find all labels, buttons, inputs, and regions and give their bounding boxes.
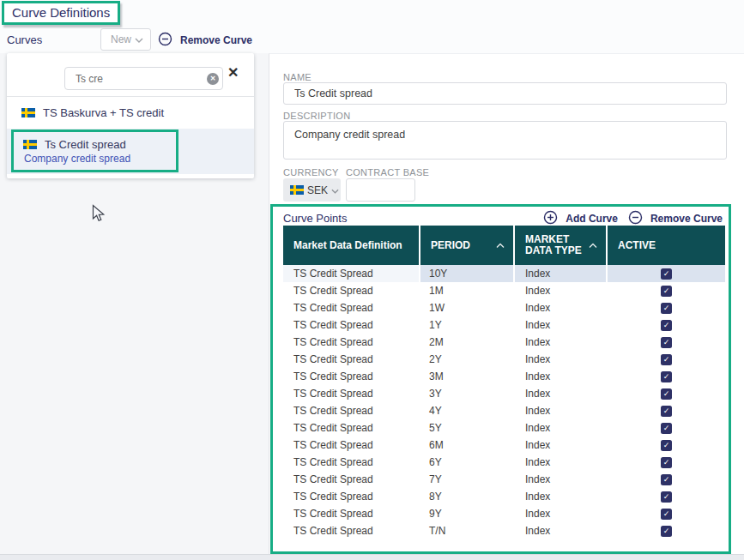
remove-curve-point-button[interactable]: Remove Curve [628, 210, 723, 227]
cell-market-data-type[interactable]: Index [515, 316, 608, 334]
cell-market-data-type[interactable]: Index [515, 437, 608, 454]
remove-curve-button[interactable]: Remove Curve [158, 32, 252, 49]
cell-period[interactable]: 5Y [420, 419, 515, 437]
cell-market-data-definition[interactable]: TS Credit Spread [283, 505, 420, 522]
cell-market-data-type[interactable]: Index [515, 454, 608, 471]
cell-period[interactable]: 3Y [420, 385, 515, 402]
active-checkbox[interactable] [661, 474, 672, 485]
add-curve-button[interactable]: Add Curve [543, 210, 618, 227]
active-checkbox[interactable] [661, 509, 672, 520]
cell-market-data-definition[interactable]: TS Credit Spread [283, 419, 420, 437]
active-checkbox[interactable] [661, 337, 672, 348]
cell-market-data-definition[interactable]: TS Credit Spread [283, 385, 420, 402]
table-row[interactable]: TS Credit Spread 1W Index [283, 299, 725, 316]
cell-period[interactable]: 6M [420, 437, 515, 454]
cell-market-data-type[interactable]: Index [515, 368, 608, 385]
cell-period[interactable]: 6Y [420, 454, 515, 471]
cell-market-data-type[interactable]: Index [515, 488, 608, 505]
cell-period[interactable]: 4Y [420, 402, 515, 419]
cell-market-data-definition[interactable]: TS Credit Spread [283, 471, 420, 488]
new-curve-dropdown[interactable]: New [100, 28, 151, 51]
description-field[interactable]: Company credit spread [283, 121, 727, 160]
curve-list-panel: ✕ ✕ TS Baskurva + TS credit Ts Credit sp… [7, 53, 254, 178]
cell-period[interactable]: 1W [420, 299, 515, 316]
clear-search-icon[interactable]: ✕ [207, 73, 219, 85]
table-row[interactable]: TS Credit Spread 1M Index [283, 282, 725, 299]
active-checkbox[interactable] [661, 286, 672, 297]
cell-market-data-type[interactable]: Index [515, 299, 608, 316]
name-label: NAME [283, 72, 312, 82]
table-row[interactable]: TS Credit Spread 6M Index [283, 437, 725, 454]
cell-period[interactable]: 1M [420, 282, 515, 299]
cell-period[interactable]: 10Y [420, 265, 515, 282]
active-checkbox[interactable] [661, 320, 672, 331]
cell-period[interactable]: 1Y [420, 316, 515, 334]
cell-market-data-definition[interactable]: TS Credit Spread [283, 351, 420, 368]
close-icon[interactable]: ✕ [227, 64, 239, 81]
table-row[interactable]: TS Credit Spread 8Y Index [283, 488, 725, 505]
active-checkbox[interactable] [661, 268, 672, 280]
table-row[interactable]: TS Credit Spread 7Y Index [283, 471, 725, 488]
page-title-text: Curve Definitions [12, 5, 110, 20]
cell-market-data-definition[interactable]: TS Credit Spread [283, 488, 420, 505]
cell-market-data-definition[interactable]: TS Credit Spread [283, 334, 420, 351]
cell-market-data-definition[interactable]: TS Credit Spread [283, 282, 420, 299]
active-checkbox[interactable] [661, 406, 672, 417]
active-checkbox[interactable] [661, 491, 672, 503]
table-row[interactable]: TS Credit Spread 3Y Index [283, 385, 725, 402]
active-checkbox[interactable] [661, 388, 672, 400]
table-row[interactable]: TS Credit Spread 2Y Index [283, 351, 725, 368]
cell-period[interactable]: T/N [420, 522, 515, 539]
active-checkbox[interactable] [661, 354, 672, 365]
active-checkbox[interactable] [661, 371, 672, 382]
column-header-market-data-definition[interactable]: Market Data Definition [283, 226, 420, 265]
name-field[interactable] [283, 82, 727, 105]
cell-market-data-type[interactable]: Index [515, 505, 608, 522]
table-row[interactable]: TS Credit Spread 6Y Index [283, 454, 725, 471]
curve-list-item[interactable]: TS Baskurva + TS credit [7, 97, 254, 129]
cell-period[interactable]: 8Y [420, 488, 515, 505]
cell-market-data-definition[interactable]: TS Credit Spread [283, 299, 420, 316]
table-row[interactable]: TS Credit Spread 3M Index [283, 368, 725, 385]
cell-period[interactable]: 7Y [420, 471, 515, 488]
cell-market-data-definition[interactable]: TS Credit Spread [283, 316, 420, 334]
active-checkbox[interactable] [661, 457, 672, 468]
cell-market-data-type[interactable]: Index [515, 282, 608, 299]
table-row[interactable]: TS Credit Spread T/N Index [283, 522, 725, 539]
active-checkbox[interactable] [661, 423, 672, 434]
curve-list-item-selected[interactable]: Ts Credit spread Company credit spread [7, 129, 254, 174]
currency-select[interactable]: SEK [283, 178, 341, 202]
cell-period[interactable]: 2M [420, 334, 515, 351]
cell-market-data-type[interactable]: Index [515, 385, 608, 402]
cell-market-data-definition[interactable]: TS Credit Spread [283, 368, 420, 385]
cell-market-data-definition[interactable]: TS Credit Spread [283, 402, 420, 419]
cell-market-data-type[interactable]: Index [515, 351, 608, 368]
cell-period[interactable]: 3M [420, 368, 515, 385]
active-checkbox[interactable] [661, 303, 672, 314]
table-row[interactable]: TS Credit Spread 2M Index [283, 334, 725, 351]
cell-market-data-definition[interactable]: TS Credit Spread [283, 522, 420, 539]
table-row[interactable]: TS Credit Spread 4Y Index [283, 402, 725, 419]
table-row[interactable]: TS Credit Spread 10Y Index [283, 265, 725, 282]
cell-market-data-type[interactable]: Index [515, 471, 608, 488]
cell-market-data-type[interactable]: Index [515, 334, 608, 351]
column-header-market-data-type[interactable]: MARKET DATA TYPE [515, 226, 608, 265]
cell-period[interactable]: 9Y [420, 505, 515, 522]
column-header-period[interactable]: PERIOD [420, 226, 515, 265]
search-input[interactable] [64, 67, 223, 90]
cell-market-data-type[interactable]: Index [515, 522, 608, 539]
active-checkbox[interactable] [661, 440, 672, 451]
cell-market-data-definition[interactable]: TS Credit Spread [283, 454, 420, 471]
cell-period[interactable]: 2Y [420, 351, 515, 368]
cell-market-data-definition[interactable]: TS Credit Spread [283, 265, 420, 282]
cell-market-data-definition[interactable]: TS Credit Spread [283, 437, 420, 454]
active-checkbox[interactable] [661, 526, 672, 537]
column-header-active[interactable]: ACTIVE [608, 226, 725, 265]
cell-market-data-type[interactable]: Index [515, 402, 608, 419]
table-row[interactable]: TS Credit Spread 1Y Index [283, 316, 725, 334]
cell-market-data-type[interactable]: Index [515, 265, 608, 282]
contract-base-field[interactable] [346, 178, 415, 202]
cell-market-data-type[interactable]: Index [515, 419, 608, 437]
table-row[interactable]: TS Credit Spread 5Y Index [283, 419, 725, 437]
table-row[interactable]: TS Credit Spread 9Y Index [283, 505, 725, 522]
